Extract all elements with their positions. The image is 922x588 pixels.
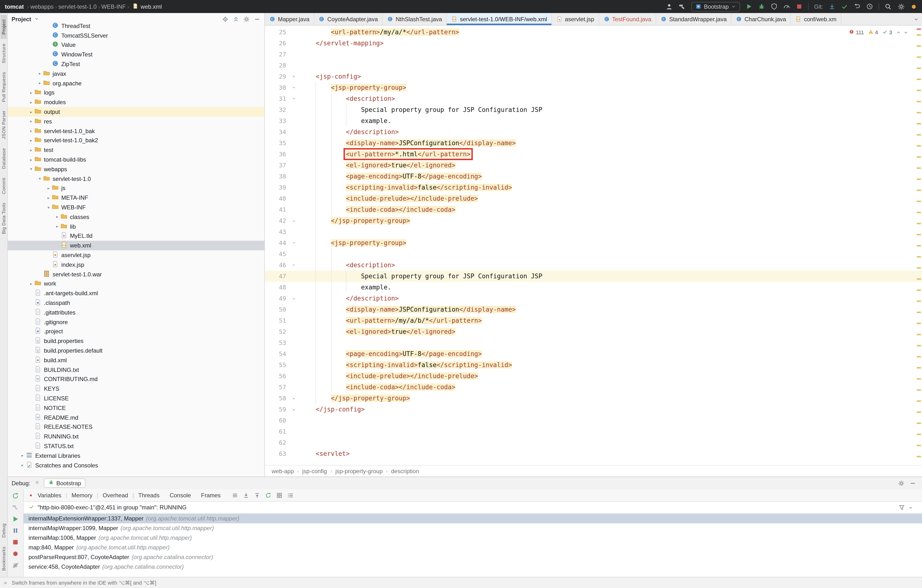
tree-item[interactable]: .ant-targets-build.xml xyxy=(8,289,265,298)
line-number[interactable]: 27 xyxy=(265,49,290,60)
history-button[interactable] xyxy=(866,3,873,10)
search-button[interactable] xyxy=(884,3,892,10)
menu-icon[interactable] xyxy=(232,492,239,498)
tree-arrow-icon[interactable]: ▸ xyxy=(28,157,34,162)
tree-item[interactable]: BUILDING.txt xyxy=(8,365,265,374)
line-number[interactable]: 28 xyxy=(265,60,290,71)
tree-item[interactable]: ▸modules xyxy=(8,98,265,107)
settings-button[interactable] xyxy=(897,3,905,10)
tree-item[interactable]: ▸logs xyxy=(8,88,265,98)
tool-strip-item-structure[interactable]: Structure xyxy=(0,39,7,67)
line-number[interactable]: 59 xyxy=(265,404,290,415)
tree-arrow-icon[interactable]: ▾ xyxy=(28,167,34,172)
next-problem-icon[interactable] xyxy=(903,29,909,35)
line-number[interactable]: 33 xyxy=(265,115,290,126)
tool-strip-item-pull-requests[interactable]: Pull Requests xyxy=(0,67,7,106)
tree-item[interactable]: .project xyxy=(8,327,265,336)
move-frame-down-icon[interactable] xyxy=(243,492,250,498)
debugger-tab-threads[interactable]: Threads xyxy=(138,492,159,498)
coverage-button[interactable] xyxy=(771,3,778,10)
line-number[interactable]: 62 xyxy=(265,437,290,448)
tree-item[interactable]: CWindowTest xyxy=(8,50,265,60)
line-number[interactable]: 63 xyxy=(265,448,290,459)
inspections-widget[interactable]: 111 4 3 xyxy=(847,28,911,36)
line-number[interactable]: 31 xyxy=(265,93,290,104)
tree-item[interactable]: ▸External Libraries xyxy=(8,451,265,461)
tree-item[interactable]: ▸test xyxy=(8,145,265,155)
run-config-select[interactable]: Bootstrap xyxy=(692,2,741,11)
line-number[interactable]: 44 xyxy=(265,237,290,248)
tree-item[interactable]: web.xml xyxy=(8,241,265,251)
tree-arrow-icon[interactable]: ▸ xyxy=(28,91,34,95)
tree-arrow-icon[interactable]: ▾ xyxy=(37,176,43,181)
line-number[interactable]: 41 xyxy=(265,204,290,215)
tree-arrow-icon[interactable]: ▸ xyxy=(54,224,60,229)
line-number[interactable]: 36 xyxy=(265,149,290,160)
tree-item[interactable]: ▸output xyxy=(8,107,265,117)
stack-frame[interactable]: internalMapExtensionWrapper:1337, Mapper… xyxy=(24,514,922,523)
tree-item[interactable]: ▸META-INF xyxy=(8,193,265,203)
tree-item[interactable]: CTomcatSSLServer xyxy=(8,31,265,41)
git-update-button[interactable] xyxy=(829,3,835,10)
tool-strip-item-json-parser[interactable]: JSON Parser xyxy=(0,106,7,144)
tool-strip-item-project[interactable]: Project xyxy=(0,15,7,39)
debugger-tab-memory[interactable]: Memory xyxy=(72,492,93,498)
line-number[interactable]: 51 xyxy=(265,315,290,326)
pause-button[interactable] xyxy=(11,527,19,534)
tree-item[interactable]: ▸classes xyxy=(8,212,265,222)
tree-item[interactable]: CThreadTest xyxy=(8,22,265,31)
breadcrumb-item[interactable]: webapps xyxy=(30,3,54,10)
tree-item[interactable]: ▸tomcat-build-libs xyxy=(8,155,265,165)
fold-marker[interactable]: ▾ xyxy=(290,237,298,248)
tree-item[interactable]: servlet-test-1.0.war xyxy=(8,270,265,279)
tree-arrow-icon[interactable]: ▸ xyxy=(37,81,43,85)
build-button[interactable] xyxy=(11,503,19,511)
editor-tab[interactable]: servlet-test-1.0/WEB-INF/web.xml xyxy=(447,13,552,25)
tree-item[interactable]: ▸work xyxy=(8,279,265,289)
line-number[interactable]: 49 xyxy=(265,293,290,304)
view-breakpoints-button[interactable] xyxy=(11,550,19,558)
line-number[interactable]: 53 xyxy=(265,337,290,348)
tree-arrow-icon[interactable]: ▸ xyxy=(28,110,34,114)
tree-item[interactable]: ▸Scratches and Consoles xyxy=(8,461,265,470)
debugger-tab-variables[interactable]: Variables xyxy=(38,492,61,498)
debugger-tab-overhead[interactable]: Overhead xyxy=(103,492,128,498)
locate-button[interactable] xyxy=(222,16,229,23)
tree-item[interactable]: ▾servlet-test-1.0 xyxy=(8,174,265,184)
rerun-button[interactable] xyxy=(11,492,19,500)
hide-debug-button[interactable] xyxy=(909,480,916,487)
tree-item[interactable]: ▸servlet-test-1.0_bak2 xyxy=(8,136,265,145)
panel-settings-button[interactable] xyxy=(243,16,250,23)
tree-arrow-icon[interactable]: ▸ xyxy=(28,129,34,133)
breadcrumb-item[interactable]: servlet-test-1.0 xyxy=(58,3,97,10)
tree-item[interactable]: .gitignore xyxy=(8,317,265,327)
breadcrumb-item[interactable]: description xyxy=(391,468,419,474)
debugger-tab-console[interactable]: Console xyxy=(170,492,191,498)
expand-tool-strip-icon[interactable]: » xyxy=(4,580,7,586)
hide-panel-button[interactable] xyxy=(254,16,260,23)
line-number[interactable]: 60 xyxy=(265,415,290,426)
breadcrumb-item[interactable]: WEB-INF xyxy=(101,3,126,10)
line-number[interactable]: 29 xyxy=(265,71,290,82)
tree-item[interactable]: STATUS.txt xyxy=(8,441,265,451)
breadcrumb-item[interactable]: web-app xyxy=(271,468,294,474)
move-frame-up-icon[interactable] xyxy=(254,492,261,498)
tree-item[interactable]: RUNNING.txt xyxy=(8,432,265,442)
line-number[interactable]: 54 xyxy=(265,348,290,359)
tree-arrow-icon[interactable]: ▸ xyxy=(45,186,52,191)
error-stripe[interactable] xyxy=(916,26,922,465)
tree-item[interactable]: ▸res xyxy=(8,117,265,126)
tool-strip-item-big-data-tools[interactable]: Big Data Tools xyxy=(0,199,7,239)
line-number[interactable]: 57 xyxy=(265,382,290,393)
tree-arrow-icon[interactable]: ▸ xyxy=(45,196,52,200)
tree-item[interactable]: build.properties.default xyxy=(8,346,265,356)
chevron-down-icon[interactable] xyxy=(908,504,913,511)
editor-tab[interactable]: conf/web.xm xyxy=(791,13,841,25)
hidden-tabs-button[interactable] xyxy=(911,13,922,25)
tool-strip-item-debug[interactable]: Debug xyxy=(0,519,7,542)
line-number[interactable]: 37 xyxy=(265,160,290,171)
tree-arrow-icon[interactable]: ▸ xyxy=(54,215,60,219)
line-number[interactable]: 26 xyxy=(265,38,290,49)
line-number[interactable]: 47 xyxy=(265,271,290,282)
editor-tab[interactable]: CStandardWrapper.java xyxy=(656,13,731,25)
